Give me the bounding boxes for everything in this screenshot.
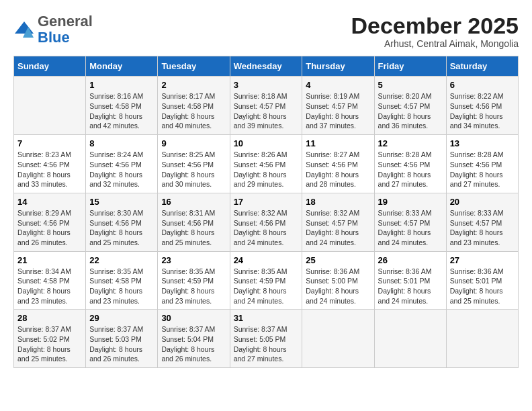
- location-subtitle: Arhust, Central Aimak, Mongolia: [351, 38, 519, 49]
- calendar-header-sunday: Sunday: [14, 56, 86, 77]
- table-row: 5Sunrise: 8:20 AM Sunset: 4:57 PM Daylig…: [374, 77, 446, 135]
- table-row: 15Sunrise: 8:30 AM Sunset: 4:56 PM Dayli…: [86, 193, 158, 251]
- table-row: 30Sunrise: 8:37 AM Sunset: 5:04 PM Dayli…: [158, 310, 230, 368]
- day-number: 16: [161, 197, 226, 207]
- day-info: Sunrise: 8:37 AM Sunset: 5:05 PM Dayligh…: [234, 324, 299, 364]
- calendar-header-thursday: Thursday: [302, 56, 374, 77]
- day-number: 9: [161, 138, 226, 148]
- day-info: Sunrise: 8:35 AM Sunset: 4:59 PM Dayligh…: [161, 267, 226, 306]
- table-row: 9Sunrise: 8:25 AM Sunset: 4:56 PM Daylig…: [158, 135, 230, 193]
- table-row: 27Sunrise: 8:36 AM Sunset: 5:01 PM Dayli…: [446, 251, 518, 310]
- table-row: 28Sunrise: 8:37 AM Sunset: 5:02 PM Dayli…: [14, 310, 86, 368]
- day-number: 6: [450, 80, 515, 90]
- calendar-header-monday: Monday: [86, 56, 158, 77]
- day-number: 7: [17, 138, 82, 148]
- table-row: 25Sunrise: 8:36 AM Sunset: 5:00 PM Dayli…: [302, 251, 374, 310]
- day-info: Sunrise: 8:22 AM Sunset: 4:56 PM Dayligh…: [450, 91, 515, 131]
- calendar-week-row: 14Sunrise: 8:29 AM Sunset: 4:56 PM Dayli…: [14, 193, 519, 251]
- table-row: [446, 310, 518, 368]
- svg-marker-0: [15, 21, 34, 34]
- day-number: 26: [378, 255, 443, 265]
- calendar-week-row: 7Sunrise: 8:23 AM Sunset: 4:56 PM Daylig…: [14, 135, 519, 193]
- table-row: 23Sunrise: 8:35 AM Sunset: 4:59 PM Dayli…: [158, 251, 230, 310]
- day-number: 25: [306, 255, 370, 265]
- logo-general-text: General: [38, 13, 93, 30]
- day-number: 11: [306, 138, 370, 148]
- day-number: 1: [89, 80, 154, 90]
- calendar-header-friday: Friday: [374, 56, 446, 77]
- table-row: 17Sunrise: 8:32 AM Sunset: 4:56 PM Dayli…: [230, 193, 302, 251]
- table-row: [374, 310, 446, 368]
- table-row: 10Sunrise: 8:26 AM Sunset: 4:56 PM Dayli…: [230, 135, 302, 193]
- table-row: 3Sunrise: 8:18 AM Sunset: 4:57 PM Daylig…: [230, 77, 302, 135]
- day-number: 10: [234, 138, 299, 148]
- table-row: 20Sunrise: 8:33 AM Sunset: 4:57 PM Dayli…: [446, 193, 518, 251]
- title-block: December 2025 Arhust, Central Aimak, Mon…: [351, 13, 519, 49]
- calendar-table: SundayMondayTuesdayWednesdayThursdayFrid…: [13, 56, 519, 368]
- table-row: 22Sunrise: 8:35 AM Sunset: 4:58 PM Dayli…: [86, 251, 158, 310]
- day-info: Sunrise: 8:37 AM Sunset: 5:03 PM Dayligh…: [89, 324, 154, 364]
- day-info: Sunrise: 8:33 AM Sunset: 4:57 PM Dayligh…: [450, 208, 515, 248]
- day-number: 12: [378, 138, 443, 148]
- day-info: Sunrise: 8:28 AM Sunset: 4:56 PM Dayligh…: [450, 150, 515, 189]
- month-title: December 2025: [351, 13, 519, 38]
- calendar-header-saturday: Saturday: [446, 56, 518, 77]
- calendar-week-row: 21Sunrise: 8:34 AM Sunset: 4:58 PM Dayli…: [14, 251, 519, 310]
- day-number: 20: [450, 197, 515, 207]
- day-info: Sunrise: 8:30 AM Sunset: 4:56 PM Dayligh…: [89, 208, 154, 248]
- day-number: 15: [89, 197, 154, 207]
- table-row: 19Sunrise: 8:33 AM Sunset: 4:57 PM Dayli…: [374, 193, 446, 251]
- day-number: 4: [306, 80, 370, 90]
- day-info: Sunrise: 8:36 AM Sunset: 5:00 PM Dayligh…: [306, 267, 370, 306]
- day-info: Sunrise: 8:20 AM Sunset: 4:57 PM Dayligh…: [378, 91, 443, 131]
- calendar-header-row: SundayMondayTuesdayWednesdayThursdayFrid…: [14, 56, 519, 77]
- table-row: 29Sunrise: 8:37 AM Sunset: 5:03 PM Dayli…: [86, 310, 158, 368]
- day-number: 24: [234, 255, 299, 265]
- table-row: 7Sunrise: 8:23 AM Sunset: 4:56 PM Daylig…: [14, 135, 86, 193]
- day-info: Sunrise: 8:36 AM Sunset: 5:01 PM Dayligh…: [378, 267, 443, 306]
- day-info: Sunrise: 8:35 AM Sunset: 4:59 PM Dayligh…: [234, 267, 299, 306]
- table-row: 12Sunrise: 8:28 AM Sunset: 4:56 PM Dayli…: [374, 135, 446, 193]
- day-info: Sunrise: 8:35 AM Sunset: 4:58 PM Dayligh…: [89, 267, 154, 306]
- day-number: 17: [234, 197, 299, 207]
- day-info: Sunrise: 8:32 AM Sunset: 4:57 PM Dayligh…: [306, 208, 370, 248]
- day-info: Sunrise: 8:26 AM Sunset: 4:56 PM Dayligh…: [234, 150, 299, 189]
- day-number: 5: [378, 80, 443, 90]
- day-number: 3: [234, 80, 299, 90]
- table-row: 11Sunrise: 8:27 AM Sunset: 4:56 PM Dayli…: [302, 135, 374, 193]
- page-header: General Blue December 2025 Arhust, Centr…: [13, 13, 519, 49]
- calendar-week-row: 28Sunrise: 8:37 AM Sunset: 5:02 PM Dayli…: [14, 310, 519, 368]
- day-number: 2: [161, 80, 226, 90]
- day-number: 31: [234, 313, 299, 323]
- day-number: 23: [161, 255, 226, 265]
- table-row: 13Sunrise: 8:28 AM Sunset: 4:56 PM Dayli…: [446, 135, 518, 193]
- table-row: 14Sunrise: 8:29 AM Sunset: 4:56 PM Dayli…: [14, 193, 86, 251]
- table-row: 1Sunrise: 8:16 AM Sunset: 4:58 PM Daylig…: [86, 77, 158, 135]
- day-info: Sunrise: 8:19 AM Sunset: 4:57 PM Dayligh…: [306, 91, 370, 131]
- day-number: 30: [161, 313, 226, 323]
- table-row: 6Sunrise: 8:22 AM Sunset: 4:56 PM Daylig…: [446, 77, 518, 135]
- table-row: 4Sunrise: 8:19 AM Sunset: 4:57 PM Daylig…: [302, 77, 374, 135]
- day-info: Sunrise: 8:33 AM Sunset: 4:57 PM Dayligh…: [378, 208, 443, 248]
- day-number: 29: [89, 313, 154, 323]
- day-info: Sunrise: 8:17 AM Sunset: 4:58 PM Dayligh…: [161, 91, 226, 131]
- day-info: Sunrise: 8:37 AM Sunset: 5:04 PM Dayligh…: [161, 324, 226, 364]
- day-number: 28: [17, 313, 82, 323]
- calendar-week-row: 1Sunrise: 8:16 AM Sunset: 4:58 PM Daylig…: [14, 77, 519, 135]
- day-info: Sunrise: 8:34 AM Sunset: 4:58 PM Dayligh…: [17, 267, 82, 306]
- day-info: Sunrise: 8:23 AM Sunset: 4:56 PM Dayligh…: [17, 150, 82, 189]
- logo-blue-text: Blue: [38, 29, 70, 46]
- day-info: Sunrise: 8:24 AM Sunset: 4:56 PM Dayligh…: [89, 150, 154, 189]
- logo: General Blue: [13, 13, 93, 46]
- day-info: Sunrise: 8:27 AM Sunset: 4:56 PM Dayligh…: [306, 150, 370, 189]
- table-row: 2Sunrise: 8:17 AM Sunset: 4:58 PM Daylig…: [158, 77, 230, 135]
- day-number: 8: [89, 138, 154, 148]
- logo-icon: [13, 20, 35, 39]
- day-info: Sunrise: 8:18 AM Sunset: 4:57 PM Dayligh…: [234, 91, 299, 131]
- calendar-header-tuesday: Tuesday: [158, 56, 230, 77]
- table-row: 26Sunrise: 8:36 AM Sunset: 5:01 PM Dayli…: [374, 251, 446, 310]
- day-number: 19: [378, 197, 443, 207]
- table-row: [302, 310, 374, 368]
- day-info: Sunrise: 8:28 AM Sunset: 4:56 PM Dayligh…: [378, 150, 443, 189]
- table-row: [14, 77, 86, 135]
